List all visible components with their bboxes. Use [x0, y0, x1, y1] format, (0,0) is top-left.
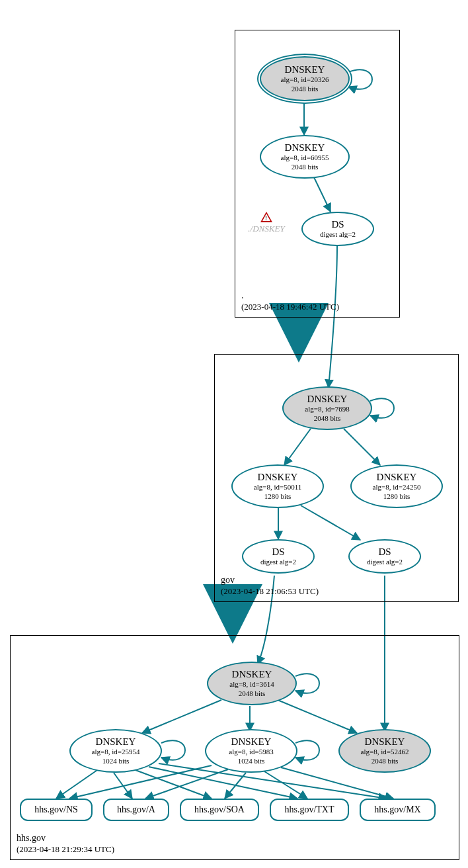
node-title: DNSKEY	[285, 142, 325, 153]
node-title: DNSKEY	[377, 472, 417, 483]
node-sub: digest alg=2	[320, 230, 356, 239]
rrset-label: hhs.gov/A	[117, 804, 155, 815]
rrset-ns: hhs.gov/NS	[20, 799, 93, 821]
rrset-label: hhs.gov/MX	[374, 804, 420, 815]
node-sub: alg=8, id=52462	[361, 748, 409, 756]
rrset-txt: hhs.gov/TXT	[270, 799, 349, 821]
node-sub2: 2048 bits	[292, 85, 319, 93]
node-title: DS	[331, 219, 344, 230]
zone-hhs-ts: (2023-04-18 21:29:34 UTC)	[17, 844, 114, 855]
node-sub2: 2048 bits	[239, 689, 266, 698]
node-sub: alg=8, id=7698	[305, 405, 349, 413]
node-root-ksk: DNSKEY alg=8, id=20326 2048 bits	[260, 56, 350, 101]
node-root-ds: DS digest alg=2	[301, 212, 374, 246]
node-title: DNSKEY	[307, 394, 348, 405]
zone-gov-name: gov	[221, 574, 319, 586]
node-sub: alg=8, id=20326	[281, 75, 329, 84]
node-sub: alg=8, id=3614	[229, 680, 274, 689]
node-gov-ksk: DNSKEY alg=8, id=7698 2048 bits	[282, 386, 372, 430]
node-gov-zsk2: DNSKEY alg=8, id=24250 1280 bits	[350, 464, 443, 508]
node-title: DNSKEY	[285, 64, 325, 75]
zone-root-name: .	[241, 290, 339, 302]
node-gov-zsk1: DNSKEY alg=8, id=50011 1280 bits	[231, 464, 324, 508]
node-sub2: 1024 bits	[238, 757, 265, 765]
rrset-mx: hhs.gov/MX	[360, 799, 436, 821]
warning-icon: !	[260, 212, 272, 222]
node-sub2: 1024 bits	[102, 757, 130, 765]
node-sub2: 1280 bits	[264, 492, 292, 501]
node-sub: digest alg=2	[367, 558, 403, 566]
node-gov-ds2: DS digest alg=2	[348, 539, 421, 574]
node-title: DNSKEY	[232, 669, 272, 680]
zone-root-ts: (2023-04-18 19:46:42 UTC)	[241, 302, 339, 313]
node-root-warn: ! ./DNSKEY	[240, 212, 293, 234]
node-sub2: 2048 bits	[292, 163, 319, 171]
node-sub2: 2048 bits	[371, 757, 399, 765]
node-hhs-ksk: DNSKEY alg=8, id=3614 2048 bits	[207, 662, 297, 705]
node-sub: digest alg=2	[260, 558, 296, 566]
warn-label: ./DNSKEY	[240, 224, 293, 234]
rrset-label: hhs.gov/TXT	[284, 804, 334, 815]
node-title: DNSKEY	[365, 736, 405, 748]
node-title: DNSKEY	[231, 736, 272, 748]
node-sub2: 2048 bits	[314, 414, 341, 423]
node-title: DNSKEY	[96, 736, 136, 748]
node-title: DS	[272, 546, 284, 558]
node-sub: alg=8, id=24250	[373, 483, 421, 492]
node-sub: alg=8, id=60955	[281, 153, 329, 162]
rrset-a: hhs.gov/A	[103, 799, 169, 821]
node-title: DS	[378, 546, 391, 558]
zone-gov-ts: (2023-04-18 21:06:53 UTC)	[221, 586, 319, 597]
rrset-soa: hhs.gov/SOA	[180, 799, 259, 821]
node-sub: alg=8, id=50011	[254, 483, 302, 492]
node-sub: alg=8, id=5983	[229, 748, 273, 756]
node-gov-ds1: DS digest alg=2	[242, 539, 315, 574]
node-sub2: 1280 bits	[383, 492, 410, 501]
zone-hhs-name: hhs.gov	[17, 832, 114, 844]
node-hhs-zsk1: DNSKEY alg=8, id=25954 1024 bits	[69, 729, 162, 773]
node-title: DNSKEY	[258, 472, 298, 483]
node-sub: alg=8, id=25954	[92, 748, 140, 756]
node-hhs-zsk2: DNSKEY alg=8, id=5983 1024 bits	[205, 729, 297, 773]
node-root-zsk: DNSKEY alg=8, id=60955 2048 bits	[260, 135, 350, 179]
rrset-label: hhs.gov/SOA	[194, 804, 245, 815]
node-hhs-other: DNSKEY alg=8, id=52462 2048 bits	[338, 729, 431, 773]
rrset-label: hhs.gov/NS	[34, 804, 78, 815]
